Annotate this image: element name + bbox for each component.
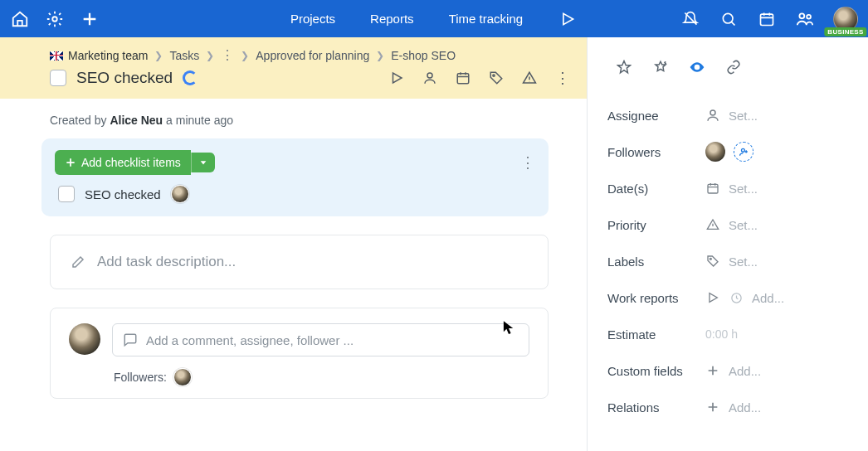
follower-avatar[interactable] <box>705 142 725 162</box>
side-panel: Assignee Set... Followers Date(s) Set... <box>588 37 868 451</box>
relations-add[interactable]: Add... <box>705 400 761 415</box>
field-workreports: Work reports Add... <box>607 279 868 316</box>
svg-rect-2 <box>761 14 773 25</box>
svg-point-12 <box>710 258 711 259</box>
checklist-item: SEO checked <box>55 175 535 205</box>
comment-input[interactable]: Add a comment, assignee, follower ... <box>112 323 529 356</box>
checklist-toolbar: Add checklist items ⋮ <box>55 150 535 175</box>
assignee-set[interactable]: Set... <box>705 108 758 123</box>
loading-spinner-icon <box>183 70 197 85</box>
followers-label: Followers: <box>114 371 167 384</box>
plus-icon <box>705 400 720 415</box>
followers-value <box>705 142 753 162</box>
search-icon[interactable] <box>719 9 739 29</box>
svg-point-3 <box>799 13 804 18</box>
play-icon <box>705 290 720 305</box>
more-icon[interactable]: ⋮ <box>555 70 570 85</box>
svg-point-10 <box>741 148 744 152</box>
crumb-more-icon[interactable]: ⋮ <box>221 49 234 62</box>
checklist-card: Add checklist items ⋮ SEO checked <box>41 138 549 216</box>
followers-row: Followers: <box>114 368 529 386</box>
field-assignee: Assignee Set... <box>607 97 868 133</box>
created-by: Created by Alice Neu a minute ago <box>0 99 587 138</box>
bell-off-icon[interactable] <box>680 9 700 29</box>
field-dates: Date(s) Set... <box>607 170 868 206</box>
tag-icon <box>705 254 720 269</box>
plus-icon[interactable] <box>80 9 100 29</box>
person-icon <box>705 108 720 123</box>
user-avatar[interactable]: BUSINESS <box>833 7 858 32</box>
add-checklist-button[interactable]: Add checklist items <box>55 150 191 175</box>
nav-time[interactable]: Time tracking <box>449 12 523 26</box>
star-icon[interactable] <box>614 57 634 77</box>
calendar-icon[interactable] <box>757 9 777 29</box>
svg-point-7 <box>493 75 495 76</box>
svg-rect-6 <box>457 74 469 84</box>
estimate-value[interactable]: 0:00 h <box>705 327 738 341</box>
svg-point-0 <box>52 17 57 22</box>
svg-point-8 <box>695 65 698 68</box>
description-input[interactable]: Add task description... <box>50 235 549 289</box>
nav-projects[interactable]: Projects <box>290 12 335 26</box>
field-priority: Priority Set... <box>607 206 868 243</box>
task-complete-checkbox[interactable] <box>50 70 66 86</box>
author-name: Alice Neu <box>110 114 163 127</box>
checklist-item-label[interactable]: SEO checked <box>85 187 161 201</box>
side-actions <box>614 57 868 77</box>
watch-icon[interactable] <box>687 57 707 77</box>
play-icon[interactable] <box>558 9 578 29</box>
add-follower-button[interactable] <box>734 142 753 162</box>
crumb-page[interactable]: E-shop SEO <box>391 49 456 62</box>
topbar: Projects Reports Time tracking BUSINESS <box>0 0 868 37</box>
plus-icon <box>705 363 720 378</box>
priority-set[interactable]: Set... <box>705 217 758 232</box>
workreports-add[interactable]: Add... <box>705 290 784 305</box>
checklist-item-checkbox[interactable] <box>58 186 75 202</box>
assignee-icon[interactable] <box>422 70 437 85</box>
topbar-right: BUSINESS <box>680 7 858 32</box>
task-title[interactable]: SEO checked <box>76 69 173 87</box>
crumb-team[interactable]: Marketing team <box>50 49 148 62</box>
people-icon[interactable] <box>795 9 815 29</box>
topbar-nav: Projects Reports Time tracking <box>290 9 578 29</box>
field-estimate: Estimate 0:00 h <box>607 316 868 352</box>
follower-avatar[interactable] <box>173 368 192 386</box>
crumb-tasks[interactable]: Tasks <box>169 49 199 62</box>
svg-point-9 <box>710 110 715 115</box>
topbar-left <box>10 9 100 29</box>
priority-icon[interactable] <box>522 70 537 85</box>
priority-icon <box>705 217 720 232</box>
task-actions: ⋮ <box>389 70 570 85</box>
field-custom: Custom fields Add... <box>607 352 868 389</box>
chevron-right-icon: ❯ <box>206 50 214 61</box>
crumb-approved[interactable]: Approved for planning <box>256 49 369 62</box>
business-badge: BUSINESS <box>824 27 866 36</box>
field-followers: Followers <box>607 133 868 170</box>
breadcrumb: Marketing team ❯ Tasks ❯ ⋮ ❯ Approved fo… <box>50 49 570 62</box>
home-icon[interactable] <box>10 9 30 29</box>
main-panel: Marketing team ❯ Tasks ❯ ⋮ ❯ Approved fo… <box>0 37 588 451</box>
checklist-more-icon[interactable]: ⋮ <box>520 153 535 172</box>
reminder-icon[interactable] <box>651 57 671 77</box>
title-row: SEO checked ⋮ <box>50 69 570 87</box>
gear-icon[interactable] <box>45 9 65 29</box>
chevron-right-icon: ❯ <box>154 50 163 61</box>
clock-icon <box>729 290 744 305</box>
tag-icon[interactable] <box>489 70 504 85</box>
chevron-right-icon: ❯ <box>376 50 384 61</box>
field-relations: Relations Add... <box>607 389 868 425</box>
labels-set[interactable]: Set... <box>705 254 758 269</box>
link-icon[interactable] <box>724 57 744 77</box>
chevron-right-icon: ❯ <box>241 50 249 61</box>
comment-card: Add a comment, assignee, follower ... Fo… <box>50 308 549 399</box>
play-icon[interactable] <box>389 70 404 85</box>
date-icon[interactable] <box>456 70 471 85</box>
dates-set[interactable]: Set... <box>705 181 758 196</box>
nav-reports[interactable]: Reports <box>370 12 414 26</box>
checklist-item-avatar[interactable] <box>171 185 189 203</box>
pencil-icon <box>71 255 85 269</box>
comment-icon <box>123 332 138 347</box>
flag-icon <box>50 51 63 61</box>
add-checklist-dropdown[interactable] <box>191 153 215 172</box>
custom-add[interactable]: Add... <box>705 363 761 378</box>
